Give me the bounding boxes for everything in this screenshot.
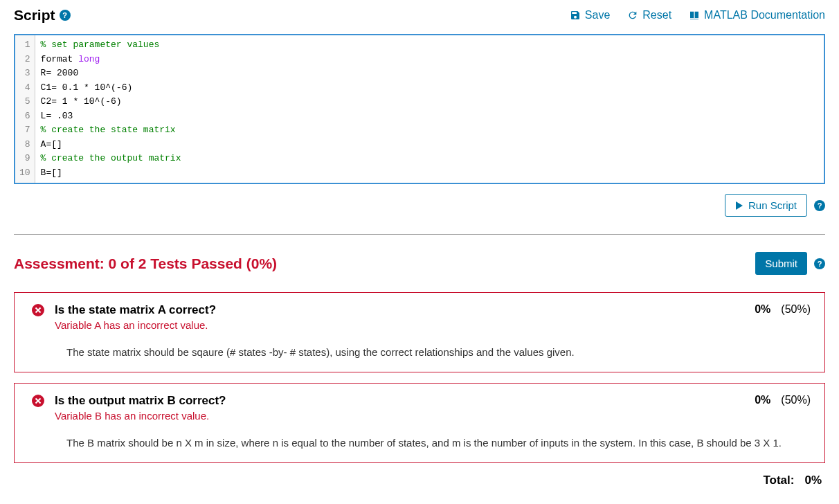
test-scores: 0% (50%) — [755, 394, 811, 406]
total-value: 0% — [804, 474, 822, 487]
test-head-left: Is the output matrix B correct? — [28, 394, 226, 408]
test-weight: (50%) — [781, 394, 811, 406]
line-number: 7 — [19, 123, 30, 138]
header-actions: Save Reset MATLAB Documentation — [570, 9, 825, 21]
test-detail: The state matrix should be sqaure (# sta… — [28, 346, 811, 358]
line-number: 6 — [19, 109, 30, 124]
run-label: Run Script — [748, 199, 797, 211]
test-result: Is the output matrix B correct? 0% (50%)… — [14, 383, 825, 463]
test-scores: 0% (50%) — [755, 303, 811, 316]
test-error-msg: Variable B has an incorrect value. — [28, 410, 811, 422]
line-gutter: 12345678910 — [15, 35, 35, 183]
test-head: Is the output matrix B correct? 0% (50%) — [28, 394, 811, 408]
test-weight: (50%) — [781, 303, 811, 316]
test-title: Is the state matrix A correct? — [55, 303, 216, 317]
submit-button[interactable]: Submit — [755, 252, 807, 275]
code-line[interactable]: C2= 1 * 10^(-6) — [41, 95, 818, 109]
total-label: Total: — [763, 474, 794, 487]
help-icon[interactable]: ? — [60, 10, 71, 21]
error-icon — [32, 395, 44, 407]
line-number: 1 — [19, 38, 30, 53]
code-line[interactable]: % create the state matrix — [41, 123, 818, 138]
docs-link[interactable]: MATLAB Documentation — [689, 9, 825, 21]
code-line[interactable]: R= 2000 — [41, 66, 818, 81]
line-number: 5 — [19, 95, 30, 109]
docs-label: MATLAB Documentation — [704, 9, 825, 21]
line-number: 10 — [19, 166, 30, 181]
test-head-left: Is the state matrix A correct? — [28, 303, 216, 317]
tests-container: Is the state matrix A correct? 0% (50%) … — [14, 292, 825, 463]
test-score: 0% — [755, 394, 770, 406]
code-editor[interactable]: 12345678910 % set parameter valuesformat… — [14, 34, 825, 184]
code-line[interactable]: L= .03 — [41, 109, 818, 124]
test-head: Is the state matrix A correct? 0% (50%) — [28, 303, 811, 317]
header-left: Script ? — [14, 7, 71, 24]
help-icon[interactable]: ? — [814, 200, 825, 211]
assessment-header: Assessment: 0 of 2 Tests Passed (0%) Sub… — [14, 252, 825, 275]
play-icon — [735, 201, 743, 210]
test-score: 0% — [755, 303, 770, 316]
book-icon — [689, 10, 700, 21]
code-area[interactable]: % set parameter valuesformat longR= 2000… — [35, 35, 824, 183]
reset-label: Reset — [642, 9, 671, 21]
line-number: 8 — [19, 138, 30, 152]
test-detail: The B matrix should be n X m in size, wh… — [28, 437, 811, 449]
code-line[interactable]: A=[] — [41, 138, 818, 152]
line-number: 9 — [19, 152, 30, 166]
line-number: 2 — [19, 53, 30, 67]
run-script-button[interactable]: Run Script — [725, 194, 807, 217]
code-line[interactable]: C1= 0.1 * 10^(-6) — [41, 81, 818, 96]
save-icon — [570, 10, 581, 21]
header-bar: Script ? Save Reset MATLAB Documentation — [14, 7, 825, 24]
save-button[interactable]: Save — [570, 9, 610, 21]
save-label: Save — [585, 9, 610, 21]
code-line[interactable]: B=[] — [41, 166, 818, 181]
reset-button[interactable]: Reset — [627, 9, 671, 21]
error-icon — [32, 304, 44, 316]
page-title: Script — [14, 7, 55, 24]
assessment-title: Assessment: 0 of 2 Tests Passed (0%) — [14, 255, 277, 272]
code-line[interactable]: format long — [41, 53, 818, 67]
line-number: 3 — [19, 66, 30, 81]
test-result: Is the state matrix A correct? 0% (50%) … — [14, 292, 825, 372]
line-number: 4 — [19, 81, 30, 96]
run-row: Run Script ? — [14, 194, 825, 217]
code-line[interactable]: % create the output matrix — [41, 152, 818, 166]
section-divider — [14, 234, 825, 235]
help-icon[interactable]: ? — [814, 258, 825, 269]
assessment-actions: Submit ? — [755, 252, 825, 275]
total-row: Total: 0% — [14, 474, 825, 487]
test-title: Is the output matrix B correct? — [55, 394, 226, 408]
test-error-msg: Variable A has an incorrect value. — [28, 319, 811, 331]
code-line[interactable]: % set parameter values — [41, 38, 818, 53]
reset-icon — [627, 10, 638, 21]
